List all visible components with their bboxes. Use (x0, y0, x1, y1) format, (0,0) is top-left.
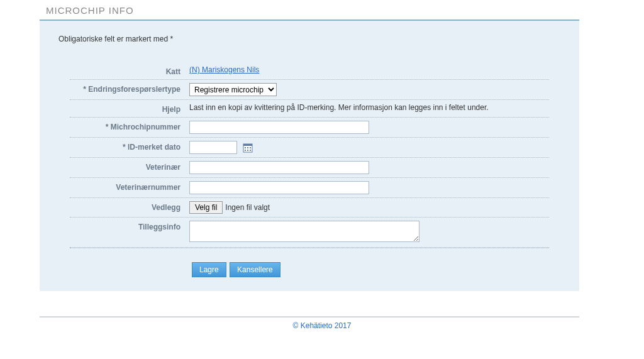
row-vetnr: Veterinærnummer (70, 178, 549, 198)
row-tilleggs: Tilleggsinfo (70, 218, 549, 248)
calendar-icon[interactable] (243, 143, 253, 153)
vetnr-input[interactable] (189, 181, 369, 194)
row-dato: * ID-merket dato (70, 138, 549, 158)
microchip-input[interactable] (189, 121, 369, 134)
svg-rect-4 (250, 147, 251, 148)
date-input[interactable] (189, 141, 237, 154)
label-dato: * ID-merket dato (70, 141, 189, 152)
label-type: * Endringsforespørslertype (70, 83, 189, 94)
tilleggs-textarea[interactable] (189, 221, 419, 242)
page-title: MICROCHIP INFO (40, 0, 644, 19)
label-katt: Katt (70, 65, 189, 76)
label-microchip: * Michrochipnummer (70, 121, 189, 131)
row-hjelp: Hjelp Last inn en kopi av kvittering på … (70, 100, 549, 118)
cat-link[interactable]: (N) Mariskogens Nils (189, 65, 259, 74)
vet-input[interactable] (189, 161, 369, 174)
cancel-button[interactable]: Kansellere (230, 262, 280, 277)
file-choose-button[interactable]: Velg fil (189, 201, 223, 214)
label-vet: Veterinær (70, 161, 189, 172)
label-tilleggs: Tilleggsinfo (70, 221, 189, 231)
save-button[interactable]: Lagre (192, 262, 226, 277)
row-vet: Veterinær (70, 158, 549, 178)
row-katt: Katt (N) Mariskogens Nils (70, 62, 549, 80)
row-microchip: * Michrochipnummer (70, 118, 549, 138)
button-row: Lagre Kansellere (192, 262, 564, 277)
svg-rect-3 (247, 147, 248, 148)
label-vetnr: Veterinærnummer (70, 181, 189, 192)
row-spacer (70, 248, 549, 248)
svg-rect-7 (250, 150, 251, 151)
footer-text: © Kehätieto 2017 (0, 321, 644, 330)
row-type: * Endringsforespørslertype Registrere mi… (70, 80, 549, 100)
svg-rect-6 (247, 150, 248, 151)
svg-rect-5 (245, 150, 246, 151)
label-hjelp: Hjelp (70, 103, 189, 114)
request-type-select[interactable]: Registrere microchip (189, 83, 277, 96)
required-note: Obligatoriske felt er markert med * (55, 35, 564, 43)
row-vedlegg: Vedlegg Velg fil Ingen fil valgt (70, 198, 549, 218)
svg-rect-2 (245, 147, 246, 148)
svg-rect-1 (243, 144, 252, 146)
help-text: Last inn en kopi av kvittering på ID-mer… (189, 103, 489, 112)
label-vedlegg: Vedlegg (70, 201, 189, 212)
footer-divider (40, 316, 579, 318)
form-panel: Obligatoriske felt er markert med * Katt… (40, 21, 579, 291)
file-status: Ingen fil valgt (225, 203, 270, 212)
